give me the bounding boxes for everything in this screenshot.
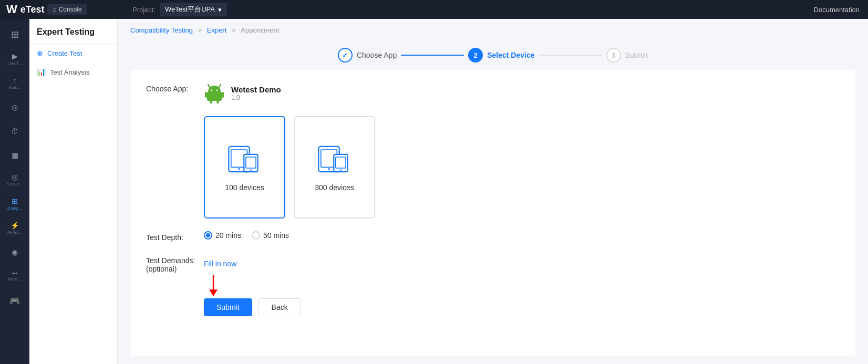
radio-50mins-dot: [252, 231, 260, 240]
svg-marker-22: [209, 289, 218, 296]
grid-icon: ⊞: [11, 29, 19, 40]
choose-app-row: Choose App:: [146, 82, 840, 103]
comp-icon: ⊞: [12, 197, 18, 205]
step-2: 2 Select Device: [468, 48, 534, 63]
sidebar-item-game[interactable]: 🎮: [3, 289, 26, 312]
sidebar-item-perf[interactable]: ⚡ Perfor...: [3, 216, 26, 240]
home-icon: ⌂: [53, 6, 56, 13]
more-label: More ...: [7, 277, 22, 282]
app-info: Wetest Demo 1.0: [204, 82, 281, 103]
step-1-label: Choose App: [357, 51, 397, 59]
create-test-icon: ⊕: [37, 49, 43, 57]
device-selection-row: 100 devices: [146, 116, 840, 219]
device-icon-100: [226, 143, 263, 175]
sidebar-item-test-analysis[interactable]: 📊 Test Analysis: [29, 63, 117, 81]
svg-point-3: [216, 90, 218, 91]
device-card-100[interactable]: 100 devices: [204, 116, 285, 219]
step-indicator: ✓ Choose App 2 Select Device 3 Submit: [118, 39, 868, 70]
radio-50mins[interactable]: 50 mins: [252, 231, 289, 240]
clock-icon: ⏱: [11, 127, 18, 136]
breadcrumb-sep2: >: [232, 26, 237, 34]
top-nav: W eTest ⌂ Console Project: WeTest平台UPA ▾…: [0, 0, 868, 19]
step-2-label: Select Device: [487, 51, 534, 59]
test-depth-label: Test Depth:: [146, 231, 204, 242]
logo: W eTest ⌂ Console: [6, 3, 122, 16]
step-line-2: [539, 55, 602, 56]
android-svg: [205, 82, 224, 103]
breadcrumb-appointment: Appointment: [241, 26, 279, 34]
console-label: Console: [59, 6, 82, 13]
live-icon: ▶: [12, 52, 18, 60]
app-name: Wetest Demo: [231, 85, 281, 94]
svg-rect-8: [216, 101, 219, 103]
circle1-icon: ◎: [12, 103, 18, 111]
radio-20mins[interactable]: 20 mins: [204, 231, 241, 240]
test-analysis-label: Test Analysis: [50, 68, 89, 76]
svg-rect-4: [207, 92, 222, 101]
sidebar-item-live[interactable]: ▶ Live T...: [3, 47, 26, 70]
main-layout: ⊞ ▶ Live T... ↑ Auto... ◎ ⏱ ▦ ◎ Securi..…: [0, 19, 868, 364]
sidebar-item-circle1[interactable]: ◎: [3, 96, 26, 119]
choose-app-label: Choose App:: [146, 82, 204, 93]
svg-line-0: [208, 85, 210, 88]
step-2-circle: 2: [468, 48, 483, 63]
svg-rect-14: [249, 169, 252, 170]
submit-button[interactable]: Submit: [204, 298, 252, 316]
breadcrumb-expert[interactable]: Expert: [207, 26, 227, 34]
svg-point-2: [211, 90, 213, 91]
test-depth-row: Test Depth: 20 mins 50 mins: [146, 231, 840, 242]
app-version: 1.0: [231, 94, 281, 101]
project-name: WeTest平台UPA: [165, 5, 215, 14]
svg-point-11: [238, 168, 240, 170]
live-label: Live T...: [7, 61, 22, 66]
sidebar-item-grid[interactable]: ⊞: [3, 23, 26, 46]
step-1: ✓ Choose App: [338, 48, 397, 63]
sidebar-item-more[interactable]: ••• More ...: [3, 265, 26, 288]
main-card: Choose App:: [130, 70, 855, 356]
fill-in-now-link[interactable]: Fill in now: [204, 259, 236, 268]
more-icon: •••: [12, 271, 18, 276]
device-label: [146, 116, 204, 118]
project-selector[interactable]: WeTest平台UPA ▾: [160, 3, 227, 16]
left-panel: Expert Testing ⊕ Create Test 📊 Test Anal…: [29, 19, 118, 364]
breadcrumb-sep1: >: [198, 26, 204, 34]
logo-icon: W: [6, 3, 17, 16]
radio-20mins-label: 20 mins: [215, 231, 241, 240]
sidebar-item-auto[interactable]: ↑ Auto...: [3, 71, 26, 95]
step-3-label: Submit: [625, 51, 648, 59]
perf-icon: ⚡: [11, 221, 19, 230]
security-icon: ◎: [12, 173, 18, 181]
circle2-icon: ◉: [12, 248, 18, 256]
documentation-link[interactable]: Documentation: [814, 6, 860, 14]
create-test-label: Create Test: [47, 49, 82, 57]
sidebar-item-clock[interactable]: ⏱: [3, 120, 26, 143]
comp-label: Comp...: [7, 206, 22, 211]
sidebar-item-security[interactable]: ◎ Securi...: [3, 168, 26, 191]
device-card-300[interactable]: 300 devices: [294, 116, 375, 219]
step-line-1: [401, 55, 464, 56]
breadcrumb-compatibility[interactable]: Compatibility Testing: [130, 26, 193, 34]
project-label: Project:: [132, 6, 156, 14]
test-analysis-icon: 📊: [37, 68, 46, 76]
android-icon: [204, 82, 225, 103]
sidebar-item-circle2[interactable]: ◉: [3, 241, 26, 264]
red-arrow-svg: [204, 275, 223, 296]
sidebar-item-bar[interactable]: ▦: [3, 144, 26, 167]
game-icon: 🎮: [9, 296, 20, 306]
sidebar-item-comp[interactable]: ⊞ Comp...: [3, 192, 26, 215]
perf-label: Perfor...: [7, 231, 22, 235]
icon-sidebar: ⊞ ▶ Live T... ↑ Auto... ◎ ⏱ ▦ ◎ Securi..…: [0, 19, 29, 364]
device-card-300-label: 300 devices: [315, 183, 354, 192]
svg-rect-6: [222, 92, 224, 98]
sidebar-item-create-test[interactable]: ⊕ Create Test: [29, 44, 117, 63]
radio-20mins-dot: [204, 231, 212, 240]
bar-icon: ▦: [12, 151, 18, 160]
chevron-down-icon: ▾: [218, 6, 222, 14]
left-panel-title: Expert Testing: [29, 19, 117, 44]
radio-50mins-label: 50 mins: [263, 231, 289, 240]
device-cards: 100 devices: [204, 116, 375, 219]
step-3: 3 Submit: [606, 48, 648, 63]
back-button[interactable]: Back: [259, 298, 301, 316]
step-3-circle: 3: [606, 48, 621, 63]
console-button[interactable]: ⌂ Console: [47, 4, 87, 15]
